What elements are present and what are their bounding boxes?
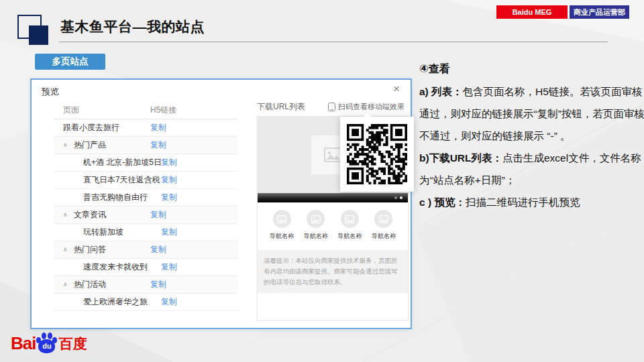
page-name: 速度发来卡就收到 [54,262,148,272]
page-name: 直飞日本7天往返含税 [54,175,160,184]
nav-item: 导航名称 [301,210,331,241]
instruction-item: b)下载URL列表：点击生成excel文件，文件名称为“站点名称+日期”； [419,147,644,191]
copy-link[interactable]: 复制 [161,172,177,188]
table-row: 爱上欧洲奢华之旅复制 [54,294,237,311]
title-square-fill-icon [29,25,48,45]
copy-link[interactable]: 复制 [150,241,166,258]
instruction-heading: ④查看 [419,58,644,80]
scan-label: 扫码查看移动端效果 [338,102,405,112]
phone-icon [328,103,335,111]
table-row: ∧热门活动复制 [54,276,237,294]
copy-link[interactable]: 复制 [161,224,177,241]
table-row: ∧热门问答复制 [54,241,237,259]
qr-popup [340,117,414,192]
table-row: ∧文章资讯复制 [54,206,237,224]
column-h5-link: H5链接 [150,102,176,119]
column-page: 页面 [54,105,79,115]
table-row: 普吉无购物自由行复制 [54,189,237,206]
table-row: ∧热门产品复制 [54,137,237,154]
carousel-strip [258,193,408,202]
table-row: 速度发来卡就收到复制 [54,259,237,276]
page-name: 热门活动 [54,280,106,289]
nav-image-placeholder-icon [374,210,392,228]
badge-department: 商业产品运营部 [570,5,629,19]
table-row: 玩转新加坡复制 [54,224,237,241]
nav-image-placeholder-icon [341,210,359,228]
section-tag-multipage: 多页站点 [35,54,105,70]
chevron-up-icon[interactable]: ∧ [63,137,68,154]
nav-image-placeholder-icon [307,210,325,228]
preview-modal: 预览 × 页面 H5链接 跟着小度去旅行复制∧热门产品复制机+酒 北京-新加坡5… [30,78,412,329]
carousel-dot [394,196,397,199]
title-divider [59,42,608,42]
baidu-paw-icon: du [36,333,56,353]
nav-image-placeholder-icon [273,210,291,228]
nav-label: 导航名称 [337,232,362,241]
page-name: 跟着小度去旅行 [54,123,119,132]
instruction-item: a) 列表：包含页面名称，H5链接。若该页面审核通过，则对应的链接展示“复制”按… [419,80,644,147]
page-name: 普吉无购物自由行 [54,192,148,202]
baidu-logo: Bai du 百度 [11,333,87,353]
modal-title: 预览 [42,86,59,98]
chevron-up-icon[interactable]: ∧ [63,206,68,223]
slide: 基木鱼平台—我的站点 Baidu MEG 商业产品运营部 多页站点 预览 × 页… [0,0,644,362]
page-name: 文章资讯 [54,210,106,219]
copy-link[interactable]: 复制 [161,154,177,171]
badge-baidu-meg: Baidu MEG [496,5,568,19]
nav-label: 导航名称 [304,232,328,241]
page-name: 爱上欧洲奢华之旅 [54,297,148,306]
instruction-list: a) 列表：包含页面名称，H5链接。若该页面审核通过，则对应的链接展示“复制”按… [419,80,644,213]
page-name: 玩转新加坡 [54,227,123,237]
logo-cn-text: 百度 [58,335,87,353]
page-name: 热门产品 [54,140,106,149]
qr-code [347,124,407,184]
chevron-up-icon[interactable]: ∧ [63,276,68,293]
popup-notch [363,113,372,121]
table-row: 跟着小度去旅行复制 [54,119,237,137]
copy-link[interactable]: 复制 [150,206,166,223]
table-row: 机+酒 北京-新加坡5日复制 [54,154,237,172]
copy-link[interactable]: 复制 [161,259,177,276]
carousel-dots [394,196,402,199]
download-url-list-link[interactable]: 下载URL列表 [257,101,305,113]
copy-link[interactable]: 复制 [161,189,177,206]
page-table: 页面 H5链接 跟着小度去旅行复制∧热门产品复制机+酒 北京-新加坡5日复制直飞… [54,102,237,311]
copy-link[interactable]: 复制 [150,119,166,136]
close-icon[interactable]: × [393,82,400,96]
instruction-panel: ④查看 a) 列表：包含页面名称，H5链接。若该页面审核通过，则对应的链接展示“… [419,58,644,213]
logo-du-text: du [42,342,51,350]
page-name: 热门问答 [54,245,106,254]
table-header: 页面 H5链接 [54,102,237,119]
carousel-dot-active [400,196,402,199]
nav-label: 导航名称 [270,232,294,241]
copy-link[interactable]: 复制 [161,294,177,310]
logo-bai-text: Bai [11,333,36,353]
scan-qr-action[interactable]: 扫码查看移动端效果 [328,102,405,112]
copy-link[interactable]: 复制 [150,137,166,154]
chevron-up-icon[interactable]: ∧ [63,241,68,258]
copy-link[interactable]: 复制 [150,276,166,293]
nav-item: 导航名称 [267,210,297,241]
page-title: 基木鱼平台—我的站点 [60,17,205,36]
page-table-rows: 跟着小度去旅行复制∧热门产品复制机+酒 北京-新加坡5日复制直飞日本7天往返含税… [54,119,237,311]
phone-tips: 温馨提示：本站仅向商家提供技术服务，页面所有内容均由该商家提供。商家可能会通过您… [258,250,408,293]
nav-label: 导航名称 [372,232,396,241]
nav-item: 导航名称 [369,210,398,241]
page-name: 机+酒 北京-新加坡5日 [54,158,162,167]
phone-nav: 导航名称导航名称导航名称导航名称 [258,202,408,245]
instruction-item: c ) 预览：扫描二维码进行手机预览 [419,191,644,213]
nav-item: 导航名称 [335,210,364,241]
table-row: 直飞日本7天往返含税复制 [54,172,237,189]
